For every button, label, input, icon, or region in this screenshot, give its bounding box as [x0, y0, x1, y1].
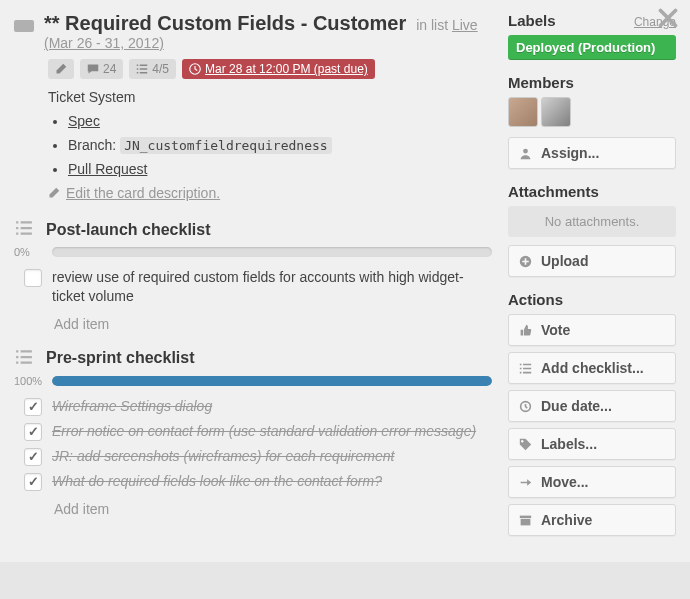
branch-name: JN_customfieldrequiredness — [120, 137, 332, 154]
checklist-item[interactable]: Wireframe Settings dialog — [24, 397, 492, 416]
comments-badge[interactable]: 24 — [80, 59, 123, 79]
checkbox[interactable] — [24, 269, 42, 287]
add-item-link[interactable]: Add item — [54, 316, 492, 332]
move-button[interactable]: Move... — [508, 466, 676, 498]
comment-icon — [87, 63, 99, 75]
checkbox[interactable] — [24, 448, 42, 466]
checklist-badge[interactable]: 4/5 — [129, 59, 176, 79]
attachments-heading: Attachments — [508, 183, 599, 200]
checklist-icon — [14, 348, 34, 369]
edit-badge[interactable] — [48, 59, 74, 79]
checklist-icon — [14, 219, 34, 240]
checklist-title[interactable]: Post-launch checklist — [46, 221, 211, 239]
checklist-item-text[interactable]: Wireframe Settings dialog — [52, 397, 212, 416]
svg-point-5 — [521, 440, 523, 442]
svg-rect-7 — [521, 518, 531, 525]
desc-spec-link[interactable]: Spec — [68, 113, 100, 129]
card-title[interactable]: ** Required Custom Fields - Customer — [44, 12, 406, 34]
progress-bar — [52, 376, 492, 386]
checklist-item-text[interactable]: What do required fields look like on the… — [52, 472, 382, 491]
checklist-title[interactable]: Pre-sprint checklist — [46, 349, 195, 367]
archive-icon — [519, 514, 532, 527]
desc-pull-link[interactable]: Pull Request — [68, 161, 147, 177]
upload-button[interactable]: Upload — [508, 245, 676, 277]
checklist-percent: 0% — [14, 246, 44, 258]
checklist-item-text[interactable]: review use of required custom fields for… — [52, 268, 492, 306]
progress-bar — [52, 247, 492, 257]
person-icon — [519, 147, 532, 160]
clock-icon — [189, 63, 201, 75]
thumbs-up-icon — [519, 324, 532, 337]
checklist-item[interactable]: JR: add screenshots (wireframes) for eac… — [24, 447, 492, 466]
labels-heading: Labels Change — [508, 12, 676, 29]
checklist-item[interactable]: Error notice on contact form (use standa… — [24, 422, 492, 441]
checklist-item-text[interactable]: JR: add screenshots (wireframes) for eac… — [52, 447, 394, 466]
svg-point-2 — [523, 148, 528, 153]
due-date-button[interactable]: Due date... — [508, 390, 676, 422]
close-icon — [658, 8, 678, 28]
member-avatar-1[interactable] — [508, 97, 538, 127]
svg-rect-6 — [520, 515, 531, 517]
checklist-item[interactable]: review use of required custom fields for… — [24, 268, 492, 306]
checklist-icon — [519, 362, 532, 375]
labels-button[interactable]: Labels... — [508, 428, 676, 460]
checklist-percent: 100% — [14, 375, 44, 387]
upload-icon — [519, 255, 532, 268]
checklist-item[interactable]: What do required fields look like on the… — [24, 472, 492, 491]
edit-description-link[interactable]: Edit the card description. — [48, 185, 220, 201]
tag-icon — [519, 438, 532, 451]
checkbox[interactable] — [24, 473, 42, 491]
vote-button[interactable]: Vote — [508, 314, 676, 346]
actions-heading: Actions — [508, 291, 563, 308]
label-deployed[interactable]: Deployed (Production) — [508, 35, 676, 60]
pencil-icon — [48, 187, 60, 199]
arrow-right-icon — [519, 476, 532, 489]
members-heading: Members — [508, 74, 574, 91]
close-button[interactable] — [658, 8, 678, 31]
add-checklist-button[interactable]: Add checklist... — [508, 352, 676, 384]
due-date-badge[interactable]: Mar 28 at 12:00 PM (past due) — [182, 59, 375, 79]
add-item-link[interactable]: Add item — [54, 501, 492, 517]
checklist-icon — [136, 63, 148, 75]
member-avatar-2[interactable] — [541, 97, 571, 127]
svg-rect-0 — [14, 20, 34, 32]
archive-button[interactable]: Archive — [508, 504, 676, 536]
no-attachments: No attachments. — [508, 206, 676, 237]
card-description: Ticket System Spec Branch: JN_customfiel… — [48, 89, 492, 177]
checkbox[interactable] — [24, 423, 42, 441]
clock-icon — [519, 400, 532, 413]
card-icon — [14, 18, 34, 37]
assign-button[interactable]: Assign... — [508, 137, 676, 169]
checklist-item-text[interactable]: Error notice on contact form (use standa… — [52, 422, 476, 441]
checkbox[interactable] — [24, 398, 42, 416]
pencil-icon — [55, 63, 67, 75]
